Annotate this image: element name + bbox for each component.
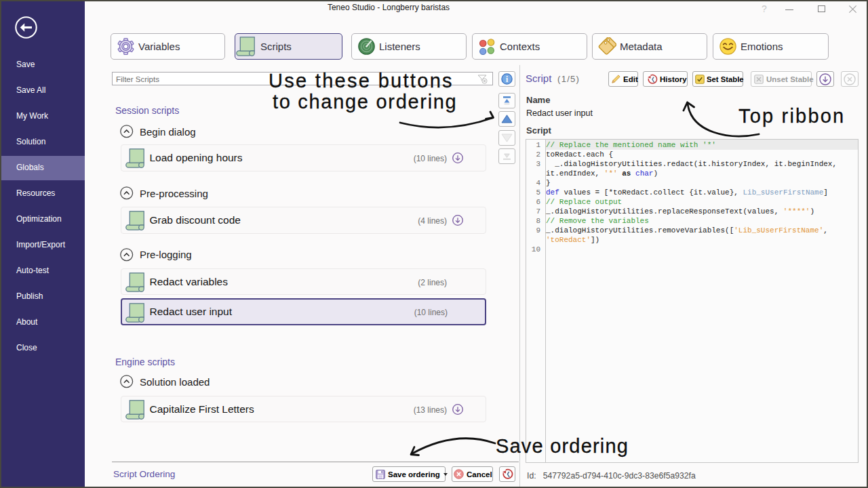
svg-text:Top ribbon: Top ribbon bbox=[738, 105, 845, 127]
svg-text:to change ordering: to change ordering bbox=[273, 91, 457, 113]
